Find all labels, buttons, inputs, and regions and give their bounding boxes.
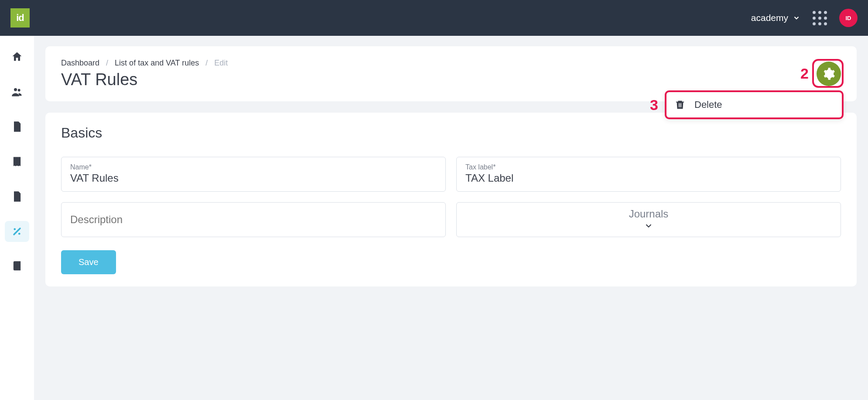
svg-point-4	[18, 233, 21, 235]
breadcrumb-list[interactable]: List of tax and VAT rules	[115, 59, 199, 67]
name-input[interactable]	[70, 172, 437, 184]
journals-placeholder: Journals	[629, 208, 669, 220]
taxlabel-label: Tax label*	[465, 163, 832, 171]
settings-dropdown[interactable]: 3 Delete	[665, 90, 844, 119]
chevron-down-icon	[793, 14, 800, 22]
description-input[interactable]	[70, 214, 437, 226]
gear-icon	[822, 67, 835, 80]
taxlabel-input[interactable]	[465, 172, 832, 184]
tenant-label: academy	[751, 13, 788, 23]
annotation-step-2: 2	[800, 65, 809, 82]
annotation-step-3: 3	[650, 97, 658, 114]
journals-field-wrap[interactable]: Journals	[456, 202, 841, 237]
main-content: Dashboard / List of tax and VAT rules / …	[34, 36, 868, 400]
breadcrumb-sep: /	[205, 59, 208, 67]
save-button[interactable]: Save	[61, 250, 116, 274]
avatar[interactable]: ID	[839, 9, 858, 27]
page-title: VAT Rules	[61, 70, 228, 89]
chevron-down-icon	[644, 221, 653, 231]
header-card: Dashboard / List of tax and VAT rules / …	[45, 46, 857, 101]
sidebar-receipt-icon[interactable]	[5, 151, 29, 172]
tenant-switcher[interactable]: academy	[751, 13, 800, 23]
delete-label: Delete	[694, 99, 722, 110]
sidebar-percent-icon[interactable]	[5, 221, 29, 242]
sidebar	[0, 36, 34, 400]
sidebar-book-icon[interactable]	[5, 256, 29, 277]
breadcrumb: Dashboard / List of tax and VAT rules / …	[61, 59, 228, 68]
sidebar-users-icon[interactable]	[5, 81, 29, 102]
form-grid: Name* Tax label* Journals	[61, 157, 841, 237]
breadcrumb-current: Edit	[214, 59, 228, 67]
taxlabel-field-wrap[interactable]: Tax label*	[456, 157, 841, 192]
form-card: Basics Name* Tax label* Journals	[45, 113, 857, 286]
settings-button[interactable]	[817, 62, 841, 86]
logo[interactable]: id	[10, 8, 30, 28]
breadcrumb-sep: /	[106, 59, 108, 67]
apps-grid-icon[interactable]	[813, 11, 827, 25]
sidebar-invoice-icon[interactable]	[5, 186, 29, 207]
header-left: Dashboard / List of tax and VAT rules / …	[61, 59, 228, 89]
trash-icon	[675, 100, 685, 110]
main-layout: Dashboard / List of tax and VAT rules / …	[0, 36, 868, 400]
description-field-wrap[interactable]	[61, 202, 446, 237]
sidebar-document-icon[interactable]	[5, 116, 29, 137]
breadcrumb-dashboard[interactable]: Dashboard	[61, 59, 99, 67]
svg-point-3	[14, 228, 16, 230]
topbar: id academy ID	[0, 0, 868, 36]
settings-button-wrap: 2 3 Delete	[817, 62, 841, 86]
sidebar-home-icon[interactable]	[5, 46, 29, 67]
name-label: Name*	[70, 163, 437, 171]
svg-point-1	[18, 89, 21, 92]
section-title: Basics	[61, 125, 841, 141]
name-field-wrap[interactable]: Name*	[61, 157, 446, 192]
svg-point-0	[14, 88, 17, 91]
topbar-right-group: academy ID	[751, 9, 858, 27]
